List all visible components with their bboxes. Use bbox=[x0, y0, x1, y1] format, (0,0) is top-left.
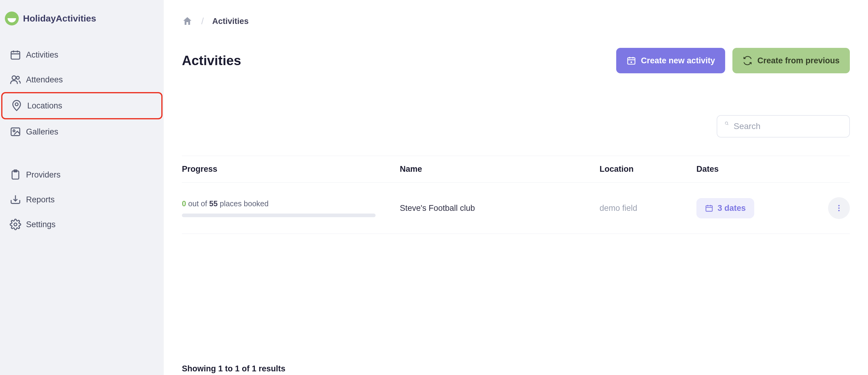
progress-suffix: places booked bbox=[218, 199, 269, 208]
calendar-icon bbox=[10, 49, 21, 61]
breadcrumb-separator: / bbox=[201, 16, 204, 26]
sidebar-item-label: Attendees bbox=[26, 75, 63, 85]
sidebar: HolidayActivities Activities Attendees L… bbox=[0, 0, 164, 375]
dates-pill[interactable]: 3 dates bbox=[696, 198, 754, 219]
search-row bbox=[182, 115, 850, 138]
td-progress: 0 out of 55 places booked bbox=[182, 199, 400, 217]
td-location: demo field bbox=[599, 204, 696, 213]
th-dates: Dates bbox=[696, 165, 850, 174]
table-row: 0 out of 55 places booked Steve's Footba… bbox=[182, 183, 850, 234]
button-label: Create from previous bbox=[757, 56, 840, 65]
row-actions-button[interactable] bbox=[828, 197, 850, 219]
svg-point-1 bbox=[12, 76, 16, 80]
sidebar-item-label: Activities bbox=[26, 50, 58, 60]
search-input[interactable] bbox=[734, 121, 842, 131]
activities-table: Progress Name Location Dates 0 out of 55… bbox=[182, 156, 850, 234]
sidebar-item-activities[interactable]: Activities bbox=[1, 42, 162, 67]
svg-point-5 bbox=[13, 130, 15, 132]
main-content: / Activities Activities Create new activ… bbox=[164, 0, 868, 375]
download-icon bbox=[10, 194, 21, 205]
sidebar-item-locations[interactable]: Locations bbox=[1, 92, 162, 119]
image-icon bbox=[10, 126, 21, 138]
sidebar-item-label: Reports bbox=[26, 195, 55, 204]
users-icon bbox=[10, 74, 21, 85]
sidebar-item-label: Providers bbox=[26, 170, 61, 180]
create-new-activity-button[interactable]: Create new activity bbox=[616, 48, 725, 73]
td-dates: 3 dates bbox=[696, 198, 819, 219]
svg-point-14 bbox=[838, 210, 840, 211]
svg-rect-0 bbox=[11, 52, 20, 59]
progress-bar bbox=[182, 213, 376, 217]
gear-icon bbox=[10, 219, 21, 230]
clipboard-icon bbox=[10, 169, 21, 180]
pagination-summary: Showing 1 to 1 of 1 results bbox=[182, 234, 850, 374]
search-icon bbox=[724, 121, 729, 132]
progress-text: 0 out of 55 places booked bbox=[182, 199, 400, 208]
td-name[interactable]: Steve's Football club bbox=[400, 204, 599, 213]
create-from-previous-button[interactable]: Create from previous bbox=[733, 48, 850, 73]
sidebar-item-reports[interactable]: Reports bbox=[1, 187, 162, 212]
svg-point-3 bbox=[15, 103, 18, 106]
sidebar-item-label: Galleries bbox=[26, 127, 58, 137]
sidebar-item-providers[interactable]: Providers bbox=[1, 162, 162, 187]
logo-mark bbox=[5, 11, 19, 25]
svg-point-10 bbox=[725, 122, 727, 124]
th-location: Location bbox=[599, 165, 696, 174]
location-icon bbox=[11, 100, 22, 112]
svg-point-8 bbox=[14, 223, 17, 226]
search-box[interactable] bbox=[717, 115, 850, 138]
svg-rect-11 bbox=[706, 206, 712, 211]
header-actions: Create new activity Create from previous bbox=[616, 48, 850, 73]
sidebar-item-label: Settings bbox=[26, 220, 56, 229]
table-header: Progress Name Location Dates bbox=[182, 156, 850, 183]
calendar-plus-icon bbox=[626, 56, 636, 65]
svg-point-12 bbox=[838, 205, 840, 207]
dates-pill-label: 3 dates bbox=[718, 204, 746, 213]
th-progress: Progress bbox=[182, 165, 400, 174]
breadcrumb-current: Activities bbox=[212, 17, 248, 26]
smile-icon bbox=[7, 18, 16, 22]
breadcrumb-home[interactable] bbox=[182, 16, 193, 27]
sidebar-item-label: Locations bbox=[27, 101, 62, 111]
page-title: Activities bbox=[182, 53, 241, 68]
breadcrumb: / Activities bbox=[182, 16, 850, 27]
button-label: Create new activity bbox=[641, 56, 715, 65]
brand-logo[interactable]: HolidayActivities bbox=[0, 11, 164, 42]
page-header: Activities Create new activity Create fr… bbox=[182, 48, 850, 73]
td-actions bbox=[819, 197, 850, 219]
sidebar-item-galleries[interactable]: Galleries bbox=[1, 119, 162, 144]
progress-total: 55 bbox=[209, 199, 218, 208]
sidebar-item-settings[interactable]: Settings bbox=[1, 212, 162, 237]
nav-primary: Activities Attendees Locations Galleries bbox=[0, 42, 164, 237]
svg-point-13 bbox=[838, 207, 840, 209]
svg-rect-9 bbox=[628, 58, 635, 64]
svg-point-2 bbox=[17, 76, 19, 79]
sidebar-item-attendees[interactable]: Attendees bbox=[1, 67, 162, 92]
progress-booked: 0 bbox=[182, 199, 186, 208]
th-name: Name bbox=[400, 165, 599, 174]
progress-out-of: out of bbox=[186, 199, 209, 208]
refresh-icon bbox=[743, 56, 752, 65]
brand-name: HolidayActivities bbox=[23, 13, 96, 24]
calendar-icon bbox=[705, 204, 713, 212]
